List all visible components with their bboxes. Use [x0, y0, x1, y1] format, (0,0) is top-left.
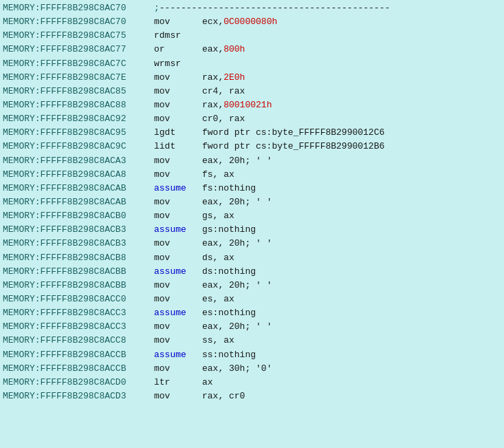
operand: eax, 20h	[202, 154, 245, 168]
address: MEMORY:FFFFF8B298C8ACBB	[3, 279, 154, 292]
mnemonic: mov	[154, 15, 202, 29]
address: MEMORY:FFFFF8B298C8AC70	[3, 1, 154, 15]
mnemonic: mov	[154, 292, 202, 306]
operand: ds, ax	[202, 251, 234, 265]
address: MEMORY:FFFFF8B298C8ACB8	[3, 251, 154, 265]
operand: rax,	[202, 71, 223, 85]
mnemonic: mov	[154, 71, 202, 85]
mnemonic: mov	[154, 237, 202, 250]
operand: fs:nothing	[202, 182, 256, 195]
address: MEMORY:FFFFF8B298C8ACD3	[3, 390, 154, 403]
code-line: MEMORY:FFFFF8B298C8ACA8movfs, ax	[3, 168, 501, 182]
operand: gs:nothing	[202, 223, 256, 237]
code-line: MEMORY:FFFFF8B298C8ACD3movrax, cr0	[3, 390, 501, 403]
mnemonic: assume	[154, 182, 202, 195]
operand: rax, cr0	[202, 390, 245, 403]
address: MEMORY:FFFFF8B298C8ACCB	[3, 362, 154, 376]
operand: rax,	[202, 98, 223, 112]
code-line: MEMORY:FFFFF8B298C8ACD0ltrax	[3, 376, 501, 390]
mnemonic: assume	[154, 348, 202, 362]
code-line: MEMORY:FFFFF8B298C8AC88movrax, 80010021h	[3, 98, 501, 112]
code-line: MEMORY:FFFFF8B298C8AC7Cwrmsr	[3, 57, 501, 71]
operand: cr0, rax	[202, 112, 245, 126]
address: MEMORY:FFFFF8B298C8AC88	[3, 98, 154, 112]
mnemonic: mov	[154, 279, 202, 292]
code-line: MEMORY:FFFFF8B298C8AC75rdmsr	[3, 29, 501, 43]
mnemonic: ltr	[154, 376, 202, 390]
inline-comment: ; ' '	[245, 195, 272, 209]
operand: ss, ax	[202, 334, 234, 348]
mnemonic: mov	[154, 85, 202, 98]
address: MEMORY:FFFFF8B298C8AC92	[3, 112, 154, 126]
operand-value: 800h	[223, 43, 245, 56]
code-line: MEMORY:FFFFF8B298C8ACCBmoveax, 30h ; '0'	[3, 362, 501, 376]
code-line: MEMORY:FFFFF8B298C8AC85movcr4, rax	[3, 85, 501, 98]
mnemonic: mov	[154, 334, 202, 348]
mnemonic: mov	[154, 195, 202, 209]
address: MEMORY:FFFFF8B298C8ACC8	[3, 334, 154, 348]
mnemonic: mov	[154, 154, 202, 168]
mnemonic: assume	[154, 223, 202, 237]
mnemonic: or	[154, 43, 202, 56]
operand: eax, 30h	[202, 362, 245, 376]
address: MEMORY:FFFFF8B298C8AC70	[3, 15, 154, 29]
code-line: MEMORY:FFFFF8B298C8AC70movecx, 0C0000080…	[3, 15, 501, 29]
address: MEMORY:FFFFF8B298C8ACA3	[3, 154, 154, 168]
operand: ds:nothing	[202, 265, 256, 279]
mnemonic: lidt	[154, 140, 202, 153]
operand: fs, ax	[202, 168, 234, 182]
operand-value: 80010021h	[223, 98, 272, 112]
code-line: MEMORY:FFFFF8B298C8ACC0moves, ax	[3, 292, 501, 306]
separator: ;	[154, 1, 160, 15]
address: MEMORY:FFFFF8B298C8ACC3	[3, 320, 154, 334]
inline-comment: ; ' '	[245, 154, 272, 168]
code-line: MEMORY:FFFFF8B298C8AC7Emovrax, 2E0h	[3, 71, 501, 85]
code-line: MEMORY:FFFFF8B298C8AC9Clidtfword ptr cs:…	[3, 140, 501, 153]
address: MEMORY:FFFFF8B298C8AC75	[3, 29, 154, 43]
address: MEMORY:FFFFF8B298C8ACBB	[3, 265, 154, 279]
comment-text: ----------------------------------------…	[160, 1, 390, 15]
mnemonic: assume	[154, 265, 202, 279]
operand-value: 0C0000080h	[223, 15, 277, 29]
code-line: MEMORY:FFFFF8B298C8ACB0movgs, ax	[3, 209, 501, 223]
operand: eax, 20h	[202, 320, 245, 334]
operand: fword ptr cs:byte_FFFFF8B2990012C6	[202, 126, 384, 140]
address: MEMORY:FFFFF8B298C8AC95	[3, 126, 154, 140]
address: MEMORY:FFFFF8B298C8AC85	[3, 85, 154, 98]
inline-comment: ; ' '	[245, 320, 272, 334]
address: MEMORY:FFFFF8B298C8ACC0	[3, 292, 154, 306]
code-line: MEMORY:FFFFF8B298C8ACC8movss, ax	[3, 334, 501, 348]
code-line: MEMORY:FFFFF8B298C8ACBBassume ds:nothing	[3, 265, 501, 279]
code-line: MEMORY:FFFFF8B298C8ACABmoveax, 20h ; ' '	[3, 195, 501, 209]
code-line: MEMORY:FFFFF8B298C8ACC3assume es:nothing	[3, 306, 501, 320]
code-line: MEMORY:FFFFF8B298C8ACB8movds, ax	[3, 251, 501, 265]
address: MEMORY:FFFFF8B298C8ACAB	[3, 182, 154, 195]
address: MEMORY:FFFFF8B298C8AC7C	[3, 57, 154, 71]
code-line: MEMORY:FFFFF8B298C8AC95lgdtfword ptr cs:…	[3, 126, 501, 140]
address: MEMORY:FFFFF8B298C8ACB3	[3, 223, 154, 237]
code-line: MEMORY:FFFFF8B298C8ACB3assume gs:nothing	[3, 223, 501, 237]
mnemonic: mov	[154, 168, 202, 182]
address: MEMORY:FFFFF8B298C8ACA8	[3, 168, 154, 182]
mnemonic: mov	[154, 390, 202, 403]
operand: es:nothing	[202, 306, 256, 320]
address: MEMORY:FFFFF8B298C8AC77	[3, 43, 154, 56]
operand: fword ptr cs:byte_FFFFF8B2990012B6	[202, 140, 384, 153]
operand: ax	[202, 376, 213, 390]
address: MEMORY:FFFFF8B298C8ACCB	[3, 348, 154, 362]
inline-comment: ; '0'	[245, 362, 272, 376]
inline-comment: ; ' '	[245, 237, 272, 250]
code-line: MEMORY:FFFFF8B298C8AC92movcr0, rax	[3, 112, 501, 126]
mnemonic: assume	[154, 306, 202, 320]
operand: eax, 20h	[202, 279, 245, 292]
address: MEMORY:FFFFF8B298C8ACB3	[3, 237, 154, 250]
mnemonic: lgdt	[154, 126, 202, 140]
operand: eax, 20h	[202, 237, 245, 250]
address: MEMORY:FFFFF8B298C8ACC3	[3, 306, 154, 320]
code-line: MEMORY:FFFFF8B298C8ACCBassume ss:nothing	[3, 348, 501, 362]
mnemonic: mov	[154, 320, 202, 334]
code-line: MEMORY:FFFFF8B298C8AC70 ; --------------…	[3, 1, 501, 15]
mnemonic: mov	[154, 362, 202, 376]
code-line: MEMORY:FFFFF8B298C8ACBBmoveax, 20h ; ' '	[3, 279, 501, 292]
address: MEMORY:FFFFF8B298C8AC7E	[3, 71, 154, 85]
